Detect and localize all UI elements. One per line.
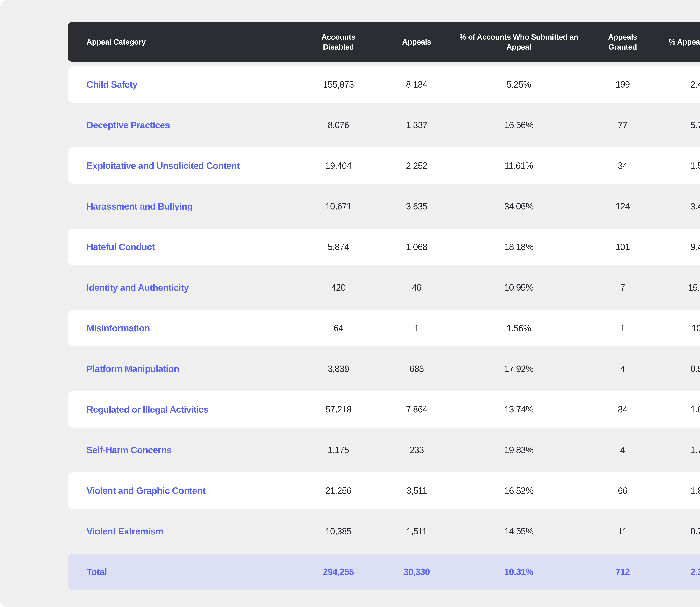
appeals-value: 46	[384, 282, 449, 293]
pct-granted-value: 9.46%	[657, 242, 700, 252]
appeals-granted-value: 1	[589, 323, 657, 333]
category-cell: Deceptive Practices	[68, 120, 293, 130]
total-accounts-disabled-value: 294,255	[293, 567, 384, 577]
table-row: Deceptive Practices 8,076 1,337 16.56% 7…	[68, 107, 700, 143]
table-row: Child Safety 155,873 8,184 5.25% 199 2.4…	[68, 66, 700, 103]
appeals-value: 8,184	[384, 79, 449, 90]
pct-granted-value: 1.51%	[657, 161, 700, 171]
accounts-disabled-value: 420	[293, 282, 384, 293]
category-cell: Harassment and Bullying	[68, 201, 293, 212]
accounts-disabled-value: 1,175	[293, 445, 384, 455]
table-row: Hateful Conduct 5,874 1,068 18.18% 101 9…	[68, 229, 700, 265]
accounts-disabled-value: 57,218	[293, 404, 384, 415]
category-link[interactable]: Self-Harm Concerns	[86, 445, 172, 455]
pct-submitted-value: 14.55%	[449, 526, 589, 537]
accounts-disabled-value: 8,076	[293, 120, 384, 130]
appeals-value: 1	[384, 323, 449, 333]
appeals-value: 3,635	[384, 201, 449, 211]
category-link[interactable]: Violent Extremism	[86, 526, 163, 537]
page-background: Appeal Category Accounts Disabled Appeal…	[0, 0, 700, 607]
total-label-cell: Total	[68, 567, 293, 577]
pct-granted-value: 1.72%	[657, 445, 700, 455]
table-row: Self-Harm Concerns 1,175 233 19.83% 4 1.…	[68, 432, 700, 468]
pct-submitted-value: 16.56%	[449, 120, 589, 130]
accounts-disabled-value: 19,404	[293, 161, 384, 171]
pct-granted-value: 3.41%	[657, 201, 700, 211]
category-cell: Exploitative and Unsolicited Content	[68, 160, 293, 171]
pct-granted-value: 1.88%	[657, 485, 700, 496]
appeals-granted-value: 77	[589, 120, 657, 130]
category-cell: Identity and Authenticity	[68, 282, 293, 293]
category-cell: Platform Manipulation	[68, 363, 293, 374]
table-row: Platform Manipulation 3,839 688 17.92% 4…	[68, 351, 700, 387]
table-row: Harassment and Bullying 10,671 3,635 34.…	[68, 188, 700, 225]
pct-granted-value: 15.22%	[657, 282, 700, 293]
appeals-value: 1,068	[384, 242, 449, 252]
pct-submitted-value: 11.61%	[449, 161, 589, 171]
pct-submitted-value: 19.83%	[449, 445, 589, 455]
category-link[interactable]: Harassment and Bullying	[86, 201, 193, 211]
category-link[interactable]: Misinformation	[86, 323, 150, 333]
pct-granted-value: 0.58%	[657, 363, 700, 374]
total-pct-granted-value: 2.35%	[657, 567, 700, 577]
table-header-row: Appeal Category Accounts Disabled Appeal…	[68, 22, 700, 62]
accounts-disabled-value: 64	[293, 323, 384, 333]
col-header-appeal-category: Appeal Category	[68, 37, 293, 47]
total-appeals-value: 30,330	[384, 567, 449, 577]
table-row: Violent Extremism 10,385 1,511 14.55% 11…	[68, 513, 700, 549]
category-link[interactable]: Hateful Conduct	[86, 242, 155, 252]
appeals-granted-value: 34	[589, 161, 657, 171]
accounts-disabled-value: 10,385	[293, 526, 384, 537]
pct-granted-value: 1.07%	[657, 404, 700, 415]
appeals-table: Appeal Category Accounts Disabled Appeal…	[68, 22, 700, 590]
appeals-value: 2,252	[384, 161, 449, 171]
col-header-appeals-granted: Appeals Granted	[589, 32, 657, 52]
appeals-granted-value: 124	[589, 201, 657, 211]
appeals-granted-value: 66	[589, 485, 657, 496]
appeals-value: 7,864	[384, 404, 449, 415]
appeals-value: 1,337	[384, 120, 449, 130]
category-link[interactable]: Deceptive Practices	[86, 120, 170, 130]
col-header-pct-granted: % Appeals Granted	[657, 37, 700, 47]
pct-submitted-value: 5.25%	[449, 79, 589, 90]
category-cell: Violent Extremism	[68, 526, 293, 537]
category-cell: Misinformation	[68, 323, 293, 333]
appeals-value: 3,511	[384, 485, 449, 496]
appeals-granted-value: 199	[589, 79, 657, 90]
category-link[interactable]: Child Safety	[86, 79, 137, 90]
pct-submitted-value: 34.06%	[449, 201, 589, 211]
accounts-disabled-value: 10,671	[293, 201, 384, 211]
accounts-disabled-value: 5,874	[293, 242, 384, 252]
category-cell: Self-Harm Concerns	[68, 445, 293, 455]
category-link[interactable]: Identity and Authenticity	[86, 282, 189, 293]
appeals-granted-value: 7	[589, 282, 657, 293]
pct-submitted-value: 17.92%	[449, 363, 589, 374]
table-row: Identity and Authenticity 420 46 10.95% …	[68, 269, 700, 306]
col-header-accounts-disabled: Accounts Disabled	[293, 32, 384, 52]
pct-granted-value: 100%	[657, 323, 700, 333]
pct-submitted-value: 10.95%	[449, 282, 589, 293]
appeals-granted-value: 11	[589, 526, 657, 537]
table-row: Violent and Graphic Content 21,256 3,511…	[68, 473, 700, 509]
total-label: Total	[86, 567, 107, 577]
col-header-appeals: Appeals	[384, 37, 449, 47]
appeals-value: 688	[384, 363, 449, 374]
category-link[interactable]: Violent and Graphic Content	[86, 485, 205, 496]
pct-submitted-value: 13.74%	[449, 404, 589, 415]
appeals-granted-value: 101	[589, 242, 657, 252]
col-header-pct-submitted: % of Accounts Who Submitted an Appeal	[449, 32, 589, 52]
table-row: Exploitative and Unsolicited Content 19,…	[68, 147, 700, 184]
category-link[interactable]: Exploitative and Unsolicited Content	[86, 161, 240, 171]
accounts-disabled-value: 3,839	[293, 363, 384, 374]
total-appeals-granted-value: 712	[589, 567, 657, 577]
pct-granted-value: 5.76%	[657, 120, 700, 130]
category-link[interactable]: Platform Manipulation	[86, 363, 179, 374]
category-cell: Hateful Conduct	[68, 242, 293, 252]
table-row: Misinformation 64 1 1.56% 1 100%	[68, 310, 700, 347]
appeals-value: 1,511	[384, 526, 449, 537]
category-link[interactable]: Regulated or Illegal Activities	[86, 404, 209, 415]
pct-submitted-value: 18.18%	[449, 242, 589, 252]
appeals-value: 233	[384, 445, 449, 455]
accounts-disabled-value: 155,873	[293, 79, 384, 90]
appeals-granted-value: 4	[589, 363, 657, 374]
